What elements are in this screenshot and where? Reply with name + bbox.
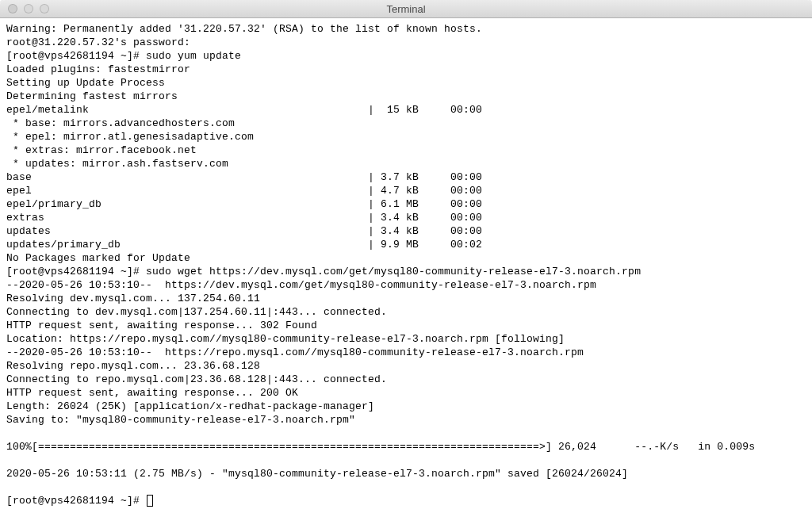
- minimize-button[interactable]: [24, 4, 33, 13]
- prompt-line: [root@vps42681194 ~]#: [6, 495, 146, 507]
- output-line: Length: 26024 (25K) [application/x-redha…: [6, 400, 374, 412]
- maximize-button[interactable]: [40, 4, 49, 13]
- output-line: Connecting to repo.mysql.com|23.36.68.12…: [6, 373, 387, 385]
- titlebar: Terminal: [0, 0, 812, 18]
- terminal-output[interactable]: Warning: Permanently added '31.220.57.32…: [0, 18, 812, 509]
- window-title: Terminal: [0, 3, 812, 15]
- output-line: Warning: Permanently added '31.220.57.32…: [6, 23, 482, 35]
- output-line: extras | 3.4 kB 00:00: [6, 212, 482, 224]
- output-line: Connecting to dev.mysql.com|137.254.60.1…: [6, 306, 387, 318]
- output-line: base | 3.7 kB 00:00: [6, 171, 482, 183]
- close-button[interactable]: [8, 4, 17, 13]
- output-line: updates/primary_db | 9.9 MB 00:02: [6, 239, 482, 251]
- output-line: epel | 4.7 kB 00:00: [6, 185, 482, 197]
- output-line: Location: https://repo.mysql.com//mysql8…: [6, 333, 565, 345]
- output-line: epel/metalink | 15 kB 00:00: [6, 104, 482, 116]
- output-line: Setting up Update Process: [6, 77, 165, 89]
- output-line: 100%[===================================…: [6, 441, 755, 453]
- output-line: Resolving repo.mysql.com... 23.36.68.128: [6, 360, 260, 372]
- output-line: [root@vps42681194 ~]# sudo wget https://…: [6, 266, 641, 277]
- output-line: root@31.220.57.32's password:: [6, 36, 190, 48]
- terminal-window: Terminal Warning: Permanently added '31.…: [0, 0, 812, 509]
- output-line: * updates: mirror.ash.fastserv.com: [6, 158, 228, 170]
- output-line: Loaded plugins: fastestmirror: [6, 63, 190, 75]
- output-line: * extras: mirror.facebook.net: [6, 144, 197, 156]
- output-line: * epel: mirror.atl.genesisadaptive.com: [6, 131, 254, 143]
- traffic-lights: [0, 4, 49, 13]
- output-line: --2020-05-26 10:53:10-- https://dev.mysq…: [6, 279, 596, 291]
- cursor: [147, 495, 153, 507]
- output-line: --2020-05-26 10:53:10-- https://repo.mys…: [6, 346, 584, 358]
- output-line: 2020-05-26 10:53:11 (2.75 MB/s) - "mysql…: [6, 468, 628, 480]
- output-line: epel/primary_db | 6.1 MB 00:00: [6, 198, 482, 210]
- output-line: Resolving dev.mysql.com... 137.254.60.11: [6, 293, 260, 304]
- output-line: [root@vps42681194 ~]# sudo yum update: [6, 50, 241, 62]
- output-line: HTTP request sent, awaiting response... …: [6, 320, 317, 331]
- output-line: Determining fastest mirrors: [6, 90, 178, 102]
- output-line: HTTP request sent, awaiting response... …: [6, 387, 298, 399]
- output-line: updates | 3.4 kB 00:00: [6, 225, 482, 237]
- output-line: Saving to: "mysql80-community-release-el…: [6, 414, 355, 426]
- output-line: * base: mirrors.advancedhosters.com: [6, 117, 235, 129]
- output-line: No Packages marked for Update: [6, 252, 190, 264]
